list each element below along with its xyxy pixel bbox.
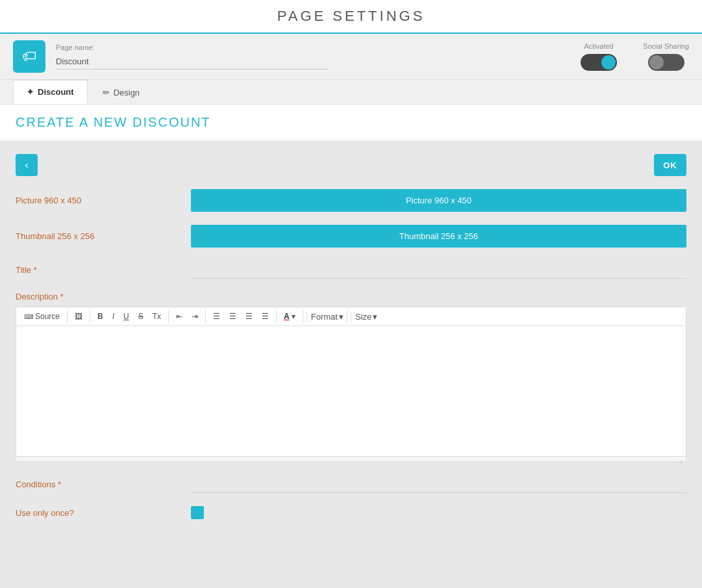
source-label: Source xyxy=(35,312,60,321)
source-button[interactable]: ⌨ Source xyxy=(20,310,64,323)
thumbnail-control: Thumbnail 256 x 256 xyxy=(191,225,686,248)
design-tab-label: Design xyxy=(114,88,140,97)
page-name-group: Page name: xyxy=(56,44,329,70)
source-icon: ⌨ xyxy=(24,313,33,320)
strikethrough-icon: S xyxy=(138,312,144,321)
activated-toggle[interactable] xyxy=(581,54,617,71)
page-icon-symbol: 🏷 xyxy=(22,48,36,65)
font-color-button[interactable]: A ▾ xyxy=(280,310,299,323)
picture-row: Picture 960 x 450 Picture 960 x 450 xyxy=(16,189,686,212)
underline-button[interactable]: U xyxy=(119,310,133,323)
italic-button[interactable]: I xyxy=(108,310,118,323)
toolbar-sep-7 xyxy=(347,310,347,323)
bold-icon: B xyxy=(97,312,103,321)
tab-discount[interactable]: ✦ Discount xyxy=(13,80,88,104)
page-name-label: Page name: xyxy=(56,44,329,51)
indent-increase-icon: ⇥ xyxy=(192,312,198,321)
section-title-static: CREATE A xyxy=(16,115,88,129)
nav-row: ‹ OK xyxy=(16,154,686,176)
title-control xyxy=(191,261,686,279)
conditions-control xyxy=(191,475,686,493)
activated-label: Activated xyxy=(584,42,613,50)
italic-icon: I xyxy=(112,312,114,321)
social-sharing-toggle-knob xyxy=(649,55,664,70)
thumbnail-row: Thumbnail 256 x 256 Thumbnail 256 x 256 xyxy=(16,225,686,248)
align-left-icon: ☰ xyxy=(213,312,220,321)
page-title: PAGE SETTINGS xyxy=(0,8,702,25)
picture-upload-button[interactable]: Picture 960 x 450 xyxy=(191,189,686,212)
resize-icon: ⌟ xyxy=(679,454,683,465)
editor-body[interactable] xyxy=(16,326,686,456)
bold-button[interactable]: B xyxy=(94,310,107,323)
align-center-button[interactable]: ☰ xyxy=(225,310,240,323)
align-justify-icon: ☰ xyxy=(262,312,269,321)
align-right-icon: ☰ xyxy=(245,312,253,321)
indent-decrease-button[interactable]: ⇤ xyxy=(172,310,186,323)
use-once-row: Use only once? xyxy=(16,506,686,519)
picture-control: Picture 960 x 450 xyxy=(191,189,686,212)
toolbar-sep-5 xyxy=(276,310,277,323)
editor-resize-handle[interactable]: ⌟ xyxy=(16,456,686,461)
align-left-button[interactable]: ☰ xyxy=(209,310,224,323)
page-icon: 🏷 xyxy=(13,40,45,73)
description-section: Description * ⌨ Source 🖼 xyxy=(16,292,686,462)
use-once-checkbox[interactable] xyxy=(191,506,204,519)
toolbar-sep-6 xyxy=(303,310,303,323)
discount-tab-label: Discount xyxy=(38,87,74,97)
align-center-icon: ☰ xyxy=(229,312,236,321)
section-title-colored: NEW DISCOUNT xyxy=(94,115,211,129)
strikethrough-button[interactable]: S xyxy=(134,310,147,323)
activated-toggle-knob xyxy=(601,55,616,70)
image-button[interactable]: 🖼 xyxy=(71,310,86,323)
size-dropdown[interactable]: Size ▾ xyxy=(351,312,377,322)
title-input[interactable] xyxy=(191,261,686,279)
conditions-label: Conditions * xyxy=(16,479,178,489)
format-dropdown-icon: ▾ xyxy=(339,312,344,322)
size-dropdown-icon: ▾ xyxy=(373,312,377,322)
top-bar-right: Activated Social Sharing xyxy=(581,42,689,71)
remove-format-button[interactable]: Tx xyxy=(149,310,165,323)
ok-button[interactable]: OK xyxy=(654,154,686,176)
activated-toggle-group: Activated xyxy=(581,42,617,71)
title-row: Title * xyxy=(16,261,686,279)
description-label: Description * xyxy=(16,292,686,301)
picture-label: Picture 960 x 450 xyxy=(16,196,178,205)
remove-format-icon: Tx xyxy=(153,312,161,321)
use-once-label: Use only once? xyxy=(16,508,178,518)
thumbnail-label: Thumbnail 256 x 256 xyxy=(16,231,178,241)
toolbar-sep-4 xyxy=(205,310,206,323)
main-content: CREATE A NEW DISCOUNT ‹ OK Picture 960 x… xyxy=(0,105,702,532)
indent-increase-button[interactable]: ⇥ xyxy=(188,310,202,323)
underline-icon: U xyxy=(123,312,129,321)
editor-toolbar: ⌨ Source 🖼 B I xyxy=(16,307,686,326)
social-sharing-toggle[interactable] xyxy=(648,54,684,71)
size-label: Size xyxy=(355,312,371,322)
title-label: Title * xyxy=(16,265,178,275)
align-right-button[interactable]: ☰ xyxy=(242,310,257,323)
page-name-input[interactable] xyxy=(56,54,329,70)
format-label: Format xyxy=(311,312,338,322)
font-color-icon: A xyxy=(284,312,290,321)
back-button[interactable]: ‹ xyxy=(16,154,38,176)
design-tab-icon: ✏ xyxy=(103,88,110,97)
form-area: ‹ OK Picture 960 x 450 Picture 960 x 450… xyxy=(0,141,702,532)
font-color-dropdown-icon: ▾ xyxy=(292,312,295,321)
page-header: PAGE SETTINGS xyxy=(0,0,702,34)
tab-design[interactable]: ✏ Design xyxy=(89,80,153,104)
thumbnail-upload-button[interactable]: Thumbnail 256 x 256 xyxy=(191,225,686,248)
section-header: CREATE A NEW DISCOUNT xyxy=(0,105,702,141)
top-bar: 🏷 Page name: Activated Social Sharing xyxy=(0,34,702,80)
discount-tab-icon: ✦ xyxy=(27,87,34,97)
toolbar-sep-2 xyxy=(90,310,90,323)
conditions-row: Conditions * xyxy=(16,475,686,493)
tabs-bar: ✦ Discount ✏ Design xyxy=(0,80,702,105)
indent-decrease-icon: ⇤ xyxy=(176,312,182,321)
section-title: CREATE A NEW DISCOUNT xyxy=(16,115,686,130)
social-sharing-label: Social Sharing xyxy=(643,42,689,50)
format-dropdown[interactable]: Format ▾ xyxy=(307,312,344,322)
image-icon: 🖼 xyxy=(75,312,82,321)
align-justify-button[interactable]: ☰ xyxy=(258,310,273,323)
conditions-input[interactable] xyxy=(191,475,686,493)
toolbar-sep-3 xyxy=(168,310,169,323)
editor-container: ⌨ Source 🖼 B I xyxy=(16,307,686,462)
